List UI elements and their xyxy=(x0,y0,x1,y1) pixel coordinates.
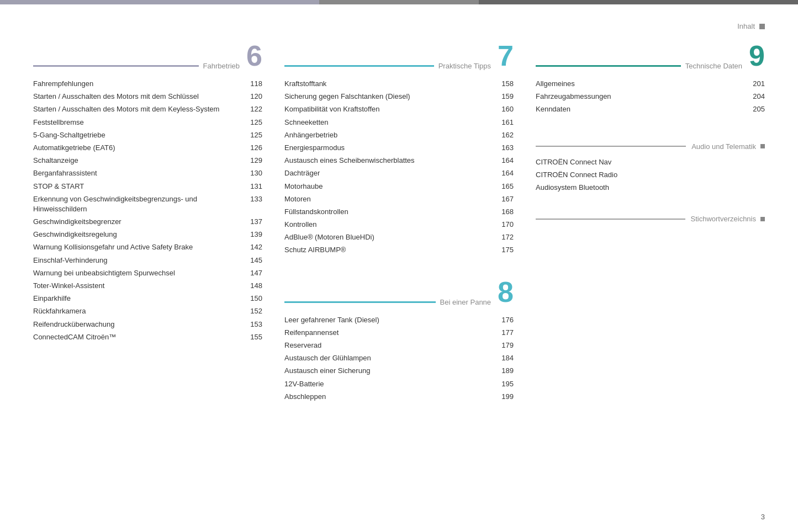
toc-page: 139 xyxy=(246,230,262,240)
page-number: 3 xyxy=(761,513,765,521)
toc-page: 145 xyxy=(246,256,262,265)
toc-page: 130 xyxy=(246,168,262,178)
toc-page: 179 xyxy=(497,341,514,350)
toc-item: Abschleppen 199 xyxy=(284,392,514,402)
toc-item: Schaltanzeige 129 xyxy=(33,156,262,166)
toc-page: 205 xyxy=(748,104,765,114)
toc-page: 165 xyxy=(497,182,514,191)
toc-label: Motoren xyxy=(284,194,497,204)
toc-label: Rückfahrkamera xyxy=(33,306,246,316)
toc-page: 155 xyxy=(246,332,262,342)
toc-label: Einparkhilfe xyxy=(33,294,246,304)
toc-label: ConnectedCAM Citroën™ xyxy=(33,332,246,342)
section-title-praktische-tipps: Praktische Tipps xyxy=(438,62,491,70)
toc-item: Erkennung von Geschwindigkeitsbegrenzung… xyxy=(33,194,262,214)
toc-item: Kenndaten 205 xyxy=(536,104,765,114)
toc-item: Starten / Ausschalten des Motors mit dem… xyxy=(33,104,262,114)
column-fahrbetrieb: Fahrbetrieb 6 Fahrempfehlungen 118 Start… xyxy=(33,41,284,405)
toc-page: 125 xyxy=(246,130,262,140)
toc-item: Audiosystem Bluetooth xyxy=(536,183,765,193)
toc-label: Austausch einer Sicherung xyxy=(284,366,497,376)
toc-item: Geschwindigkeitsregelung 139 xyxy=(33,230,262,240)
section-header-bei-einer-panne: Bei einer Panne 8 xyxy=(284,278,514,306)
toc-item: Austausch der Glühlampen 184 xyxy=(284,353,514,363)
toc-page: 175 xyxy=(497,245,514,255)
header-title: Inhalt xyxy=(737,22,755,30)
toc-label: Erkennung von Geschwindigkeitsbegrenzung… xyxy=(33,194,246,214)
toc-label: Allgemeines xyxy=(536,79,748,89)
toc-item: Reserverad 179 xyxy=(284,341,514,350)
toc-label: Automatikgetriebe (EAT6) xyxy=(33,143,246,153)
toc-label: Leer gefahrener Tank (Diesel) xyxy=(284,315,497,325)
toc-page: 161 xyxy=(497,118,514,127)
toc-item: Austausch einer Sicherung 189 xyxy=(284,366,514,376)
toc-item: Sicherung gegen Falschtanken (Diesel) 15… xyxy=(284,92,514,102)
toc-list-fahrbetrieb: Fahrempfehlungen 118 Starten / Ausschalt… xyxy=(33,79,262,342)
toc-page: 131 xyxy=(246,182,262,191)
toc-item: CITROËN Connect Radio xyxy=(536,170,765,180)
column-technische-daten: Technische Daten 9 Allgemeines 201 Fahrz… xyxy=(536,41,765,405)
toc-page: 172 xyxy=(497,232,514,242)
toc-item: Einschlaf-Verhinderung 145 xyxy=(33,256,262,265)
toc-item: Einparkhilfe 150 xyxy=(33,294,262,304)
toc-item: Kontrollen 170 xyxy=(284,220,514,230)
toc-page: 176 xyxy=(497,315,514,325)
toc-page: 122 xyxy=(246,104,262,114)
toc-label: Schneeketten xyxy=(284,118,497,127)
toc-page: 137 xyxy=(246,217,262,227)
main-content: Fahrbetrieb 6 Fahrempfehlungen 118 Start… xyxy=(33,41,765,405)
toc-item: Warnung Kollisionsgefahr und Active Safe… xyxy=(33,242,262,252)
toc-label: CITROËN Connect Nav xyxy=(536,157,765,167)
toc-label: Kraftstofftank xyxy=(284,79,497,89)
toc-item: 5-Gang-Schaltgetriebe 125 xyxy=(33,130,262,140)
section-header-fahrbetrieb: Fahrbetrieb 6 xyxy=(33,41,262,70)
toc-label: Audiosystem Bluetooth xyxy=(536,183,765,193)
toc-label: Kontrollen xyxy=(284,220,497,230)
header-row: Inhalt xyxy=(33,22,765,30)
toc-page: 147 xyxy=(246,268,262,278)
toc-item: Anhängerbetrieb 162 xyxy=(284,130,514,140)
toc-label: Reifendrucküberwachung xyxy=(33,320,246,329)
toc-label: Abschleppen xyxy=(284,392,497,402)
toc-page: 160 xyxy=(497,104,514,114)
toc-page: 177 xyxy=(497,328,514,338)
toc-label: Fahrzeugabmessungen xyxy=(536,92,748,102)
section-header-praktische-tipps: Praktische Tipps 7 xyxy=(284,41,514,70)
section-line-bei-einer-panne xyxy=(284,301,436,303)
toc-page: 125 xyxy=(246,118,262,127)
toc-label: AdBlue® (Motoren BlueHDi) xyxy=(284,232,497,242)
toc-page: 148 xyxy=(246,281,262,291)
toc-item: STOP & START 131 xyxy=(33,182,262,191)
toc-page: 184 xyxy=(497,353,514,363)
section-number-praktische-tipps: 7 xyxy=(498,41,514,70)
toc-item: Toter-Winkel-Assistent 148 xyxy=(33,281,262,291)
toc-page: 170 xyxy=(497,220,514,230)
toc-label: Sicherung gegen Falschtanken (Diesel) xyxy=(284,92,497,102)
toc-page: 153 xyxy=(246,320,262,329)
page-container: Inhalt Fahrbetrieb 6 Fahrempfehlungen 11… xyxy=(0,0,798,532)
toc-page: 133 xyxy=(246,194,262,204)
toc-item: Reifendrucküberwachung 153 xyxy=(33,320,262,329)
toc-label: Austausch der Glühlampen xyxy=(284,353,497,363)
toc-page: 150 xyxy=(246,294,262,304)
toc-label: 5-Gang-Schaltgetriebe xyxy=(33,130,246,140)
toc-item: Berganfahrassistent 130 xyxy=(33,168,262,178)
section-title-fahrbetrieb: Fahrbetrieb xyxy=(203,62,240,70)
toc-page: 199 xyxy=(497,392,514,402)
sub-section-title-audio: Audio und Telematik xyxy=(691,142,756,151)
column-praktische-tipps: Praktische Tipps 7 Kraftstofftank 158 Si… xyxy=(284,41,536,405)
toc-label: Warnung Kollisionsgefahr und Active Safe… xyxy=(33,242,246,252)
toc-item: Warnung bei unbeabsichtigtem Spurwechsel… xyxy=(33,268,262,278)
toc-list-bei-einer-panne: Leer gefahrener Tank (Diesel) 176 Reifen… xyxy=(284,315,514,402)
section-line-praktische-tipps xyxy=(284,65,434,67)
toc-page: 164 xyxy=(497,168,514,178)
toc-page: 204 xyxy=(748,92,765,102)
sub-section-square-stichw xyxy=(760,217,765,221)
toc-label: Kompatibilität von Kraftstoffen xyxy=(284,104,497,114)
toc-label: Anhängerbetrieb xyxy=(284,130,497,140)
toc-label: CITROËN Connect Radio xyxy=(536,170,765,180)
top-decorative-bar xyxy=(0,0,798,4)
toc-label: Schutz AIRBUMP® xyxy=(284,245,497,255)
sub-section-header-stichw: Stichwortverzeichnis xyxy=(536,215,765,223)
toc-label: Starten / Ausschalten des Motors mit dem… xyxy=(33,104,246,114)
